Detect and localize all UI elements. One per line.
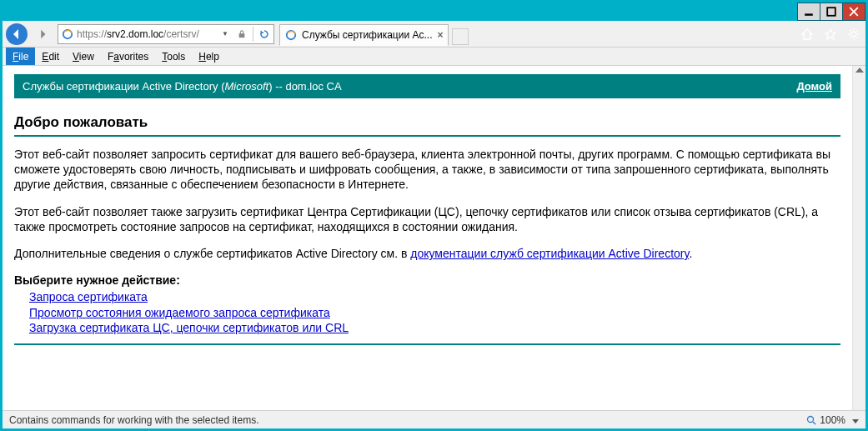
command-icons	[800, 28, 860, 41]
back-button[interactable]	[6, 23, 28, 45]
ie-window: https://srv2.dom.loc/certsrv/ ▼ Службы с…	[3, 3, 865, 428]
zoom-value: 100%	[820, 414, 845, 426]
welcome-heading: Добро пожаловать	[14, 113, 840, 132]
maximize-button[interactable]	[820, 3, 843, 21]
forward-button[interactable]	[31, 23, 54, 46]
choose-action-heading: Выберите нужное действие:	[14, 273, 840, 288]
intro-paragraph-1: Этот веб-сайт позволяет запросить сертиф…	[14, 147, 840, 193]
refresh-icon[interactable]	[258, 28, 270, 40]
scroll-up-icon[interactable]	[855, 68, 864, 73]
menu-favorites[interactable]: Favorites	[101, 48, 155, 65]
svg-point-16	[808, 416, 814, 422]
action-view-pending[interactable]: Просмотр состояния ожидаемого запроса се…	[29, 306, 330, 319]
dropdown-icon[interactable]: ▼	[219, 28, 231, 40]
menu-file[interactable]: File	[6, 48, 35, 65]
minimize-button[interactable]	[797, 3, 820, 21]
menu-bar: File Edit View Favorites Tools Help	[3, 48, 865, 66]
zoom-control[interactable]: 100%	[806, 414, 859, 426]
tab-strip: Службы сертификации Ac... ×	[279, 23, 792, 45]
address-bar[interactable]: https://srv2.dom.loc/certsrv/ ▼	[58, 24, 274, 44]
url-scheme: https://	[77, 28, 107, 40]
action-download-ca[interactable]: Загрузка сертификата ЦС, цепочки сертифи…	[29, 321, 349, 334]
menu-help[interactable]: Help	[192, 48, 226, 65]
action-request-cert[interactable]: Запроса сертификата	[29, 290, 148, 303]
ie-logo-icon	[285, 29, 297, 41]
svg-rect-0	[805, 13, 813, 15]
browser-tab[interactable]: Службы сертификации Ac... ×	[279, 24, 449, 46]
menu-edit[interactable]: Edit	[35, 48, 66, 65]
svg-point-7	[851, 32, 856, 37]
lock-icon[interactable]	[236, 28, 248, 40]
menu-view[interactable]: View	[66, 48, 101, 65]
page-body: Службы сертификации Active Directory (Mi…	[3, 66, 852, 410]
new-tab-button[interactable]	[452, 28, 469, 45]
svg-line-17	[813, 422, 815, 424]
cs-banner: Службы сертификации Active Directory (Mi…	[14, 74, 840, 98]
actions-list: Запроса сертификата Просмотр состояния о…	[29, 289, 840, 335]
nav-toolbar: https://srv2.dom.loc/certsrv/ ▼ Службы с…	[3, 21, 865, 48]
tab-title: Службы сертификации Ac...	[302, 29, 432, 41]
intro-paragraph-2: Этот веб-сайт позволяет также загрузить …	[14, 204, 840, 234]
home-link[interactable]: Домой	[796, 80, 832, 93]
window-titlebar	[3, 3, 865, 21]
zoom-icon	[806, 415, 816, 425]
svg-line-14	[850, 37, 851, 38]
svg-rect-1	[827, 8, 835, 16]
svg-rect-5	[239, 33, 245, 38]
status-bar: Contains commands for working with the s…	[3, 410, 865, 428]
menu-tools[interactable]: Tools	[155, 48, 192, 65]
svg-line-15	[857, 30, 859, 32]
banner-title: Службы сертификации Active Directory (Mi…	[23, 80, 342, 93]
page-content: Добро пожаловать Этот веб-сайт позволяет…	[14, 113, 840, 345]
vertical-scrollbar[interactable]	[852, 66, 865, 410]
content-scroll-area: Службы сертификации Active Directory (Mi…	[3, 66, 865, 410]
svg-line-13	[857, 37, 859, 38]
docs-link[interactable]: документации служб сертификации Active D…	[410, 247, 689, 260]
status-text: Contains commands for working with the s…	[9, 414, 258, 426]
url-path: /certsrv/	[163, 28, 199, 40]
ie-logo-icon	[62, 28, 73, 40]
tools-icon[interactable]	[847, 28, 860, 41]
svg-line-12	[850, 30, 851, 32]
zoom-dropdown-icon[interactable]	[849, 414, 859, 426]
intro-paragraph-3: Дополнительные сведения о службе сертифи…	[14, 246, 840, 261]
tab-close-icon[interactable]: ×	[437, 29, 443, 41]
heading-rule	[14, 135, 840, 137]
favorites-icon[interactable]	[824, 28, 837, 41]
url-host: srv2.dom.loc	[107, 28, 163, 40]
bottom-rule	[14, 343, 840, 345]
home-icon[interactable]	[800, 28, 814, 41]
close-button[interactable]	[842, 3, 865, 21]
